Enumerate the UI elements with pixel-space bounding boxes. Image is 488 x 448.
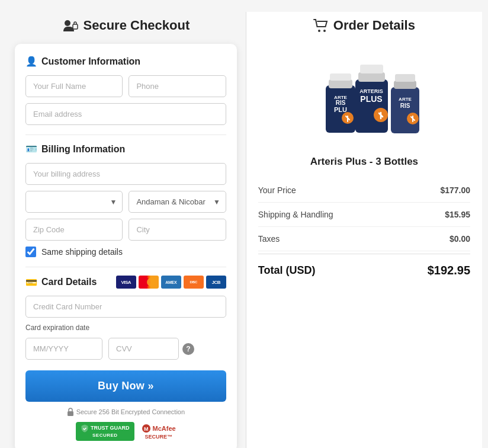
zip-input[interactable]	[25, 219, 123, 241]
svg-point-7	[318, 30, 320, 32]
svg-rect-10	[329, 79, 352, 88]
expiry-section: Card expiration date ?	[25, 324, 226, 360]
amex-icon: AMEX	[161, 276, 181, 289]
svg-text:M: M	[144, 426, 149, 432]
order-line-taxes: Taxes $0.00	[258, 227, 470, 251]
billing-section-title: 🪪 Billing Information	[25, 143, 226, 155]
cvv-help-icon[interactable]: ?	[182, 343, 194, 355]
trust-badges: TRUST GUARD SECURED M McAfee SECURE™	[25, 422, 226, 441]
zip-city-row	[25, 219, 226, 241]
order-lines-container: Your Price $177.00 Shipping & Handling $…	[258, 178, 470, 284]
address-row	[25, 163, 226, 185]
svg-text:PLUS: PLUS	[360, 94, 382, 104]
price-value: $177.00	[440, 185, 470, 195]
order-line-shipping: Shipping & Handling $15.95	[258, 203, 470, 227]
country-state-row: India United States ▼ Andaman & Nicobar …	[25, 191, 226, 213]
svg-text:RIS: RIS	[336, 100, 346, 106]
state-select[interactable]: Andaman & Nicobar Other	[129, 191, 226, 213]
order-line-price: Your Price $177.00	[258, 178, 470, 203]
state-select-wrapper: Andaman & Nicobar Other ▼	[129, 191, 226, 213]
billing-icon: 🪪	[25, 143, 37, 155]
svg-rect-23	[394, 81, 416, 89]
secure-note: Secure 256 Bit Encrypted Connection	[25, 408, 226, 416]
card-number-input[interactable]	[25, 296, 226, 318]
taxes-label: Taxes	[258, 234, 280, 244]
shipping-value: $15.95	[445, 210, 470, 219]
name-phone-row	[25, 75, 226, 97]
page-container: Secure Checkout 👤 Customer Information 🪪…	[0, 0, 488, 448]
right-panel: Order Details ARTE RIS PLU	[246, 12, 482, 448]
expiry-input[interactable]	[25, 338, 102, 360]
product-name: Arteris Plus - 3 Bottles	[258, 156, 470, 168]
divider-2	[25, 267, 226, 267]
price-label: Your Price	[258, 185, 296, 195]
svg-text:ARTERIS: ARTERIS	[359, 88, 383, 94]
shield-check-icon	[81, 424, 89, 433]
customer-section-title: 👤 Customer Information	[25, 56, 226, 67]
accepted-cards: VISA AMEX DISC JCB	[116, 276, 226, 289]
svg-rect-17	[358, 72, 385, 82]
card-section-title: 💳 Card Details	[25, 277, 97, 288]
total-label: Total (USD)	[258, 264, 316, 277]
svg-rect-16	[355, 79, 388, 133]
svg-rect-4	[68, 411, 73, 416]
city-input[interactable]	[129, 219, 226, 241]
card-icon-label: 💳	[25, 277, 37, 288]
secure-checkout-icon	[62, 18, 79, 33]
svg-rect-1	[73, 24, 78, 29]
total-value: $192.95	[428, 264, 470, 277]
product-image: ARTE RIS PLU ARTERIS PLUS	[305, 44, 423, 148]
country-select-wrapper: India United States ▼	[25, 191, 123, 213]
trustguard-badge: TRUST GUARD SECURED	[76, 422, 134, 441]
svg-point-8	[323, 30, 326, 32]
svg-text:PLU: PLU	[334, 106, 347, 113]
card-number-row	[25, 296, 226, 318]
mcafee-icon: M	[142, 424, 151, 433]
expiry-cvv-row: ?	[25, 338, 226, 360]
cvv-input[interactable]	[108, 338, 179, 360]
cvv-wrapper: ?	[108, 338, 194, 360]
card-section-header: 💳 Card Details VISA AMEX DISC JCB	[25, 276, 226, 289]
svg-rect-24	[395, 74, 415, 82]
phone-input[interactable]	[129, 75, 226, 97]
same-shipping-label: Same shipping details	[41, 247, 123, 257]
expiry-label: Card expiration date	[25, 324, 226, 332]
same-shipping-row: Same shipping details	[25, 247, 226, 257]
same-shipping-checkbox[interactable]	[25, 247, 36, 257]
product-image-container: ARTE RIS PLU ARTERIS PLUS	[258, 44, 470, 148]
email-row	[25, 103, 226, 125]
mastercard-icon	[139, 276, 159, 289]
visa-icon: VISA	[116, 276, 136, 289]
svg-text:RIS: RIS	[400, 103, 410, 109]
svg-point-3	[147, 278, 155, 286]
full-name-input[interactable]	[25, 75, 123, 97]
shipping-label: Shipping & Handling	[258, 210, 333, 219]
svg-text:ARTE: ARTE	[399, 97, 412, 102]
billing-address-input[interactable]	[25, 163, 226, 185]
order-details-title: Order Details	[258, 18, 470, 33]
divider-1	[25, 135, 226, 135]
country-select[interactable]: India United States	[25, 191, 123, 213]
taxes-value: $0.00	[450, 234, 470, 244]
cart-icon	[313, 19, 329, 32]
order-line-total: Total (USD) $192.95	[258, 254, 470, 284]
customer-icon: 👤	[25, 56, 37, 67]
checkout-title: Secure Checkout	[15, 18, 237, 33]
left-panel: Secure Checkout 👤 Customer Information 🪪…	[6, 12, 246, 448]
svg-point-0	[65, 20, 70, 26]
svg-rect-11	[330, 73, 351, 81]
buy-now-button[interactable]: Buy Now »	[25, 370, 226, 402]
mcafee-badge: M McAfee SECURE™	[142, 424, 176, 440]
lock-icon	[67, 408, 74, 416]
jcb-icon: JCB	[206, 276, 226, 289]
svg-rect-18	[360, 65, 383, 73]
discover-icon: DISC	[184, 276, 204, 289]
form-card: 👤 Customer Information 🪪 Billing Informa…	[15, 44, 237, 448]
email-input[interactable]	[25, 103, 226, 125]
svg-rect-22	[391, 87, 419, 133]
